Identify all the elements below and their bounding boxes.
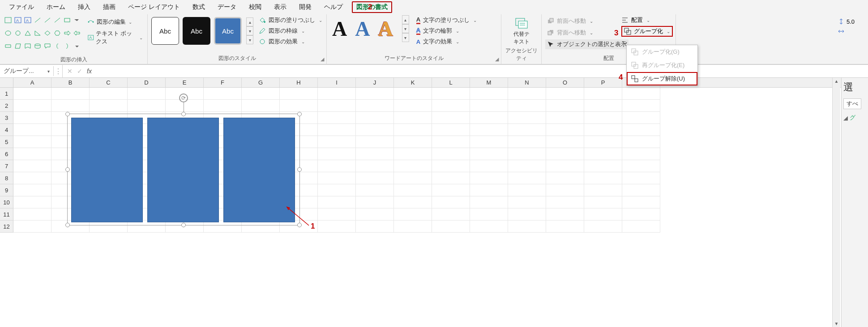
text-effects-button[interactable]: A 文字の効果⌄ bbox=[416, 38, 477, 46]
col-B[interactable]: B bbox=[51, 78, 90, 87]
row-11[interactable]: 11 bbox=[0, 208, 13, 221]
menu-ungroup[interactable]: グループ解除(U) bbox=[627, 72, 697, 85]
col-C[interactable]: C bbox=[90, 78, 128, 87]
menu-help[interactable]: ヘルプ bbox=[318, 1, 349, 13]
shape-textbox-icon[interactable] bbox=[4, 16, 13, 24]
shape-rtri-icon[interactable] bbox=[33, 29, 42, 37]
edit-shape-button[interactable]: 図形の編集⌄ bbox=[86, 17, 145, 27]
group-button[interactable]: グループ化⌄ bbox=[621, 26, 673, 37]
shape-arrow-icon[interactable] bbox=[63, 29, 72, 37]
col-N[interactable]: N bbox=[508, 78, 546, 87]
wordart-gallery[interactable]: A A A ▴ ▾ ▾ bbox=[329, 15, 412, 42]
handle-w[interactable] bbox=[65, 167, 70, 172]
selection-pane-button[interactable]: オブジェクトの選択と表示 bbox=[545, 39, 629, 49]
width-input-row[interactable] bbox=[838, 28, 867, 35]
shape-gallery-more-icon[interactable] bbox=[73, 42, 81, 50]
col-J[interactable]: J bbox=[356, 78, 394, 87]
gallery-down-icon[interactable]: ▾ bbox=[246, 26, 253, 35]
rotate-handle[interactable]: ⟳ bbox=[179, 93, 188, 102]
handle-s[interactable] bbox=[181, 223, 186, 227]
formula-input[interactable] bbox=[96, 67, 868, 76]
select-all-corner[interactable] bbox=[0, 78, 13, 87]
shape-circle-icon[interactable] bbox=[13, 29, 22, 37]
handle-nw[interactable] bbox=[65, 112, 70, 116]
row-5[interactable]: 5 bbox=[0, 136, 13, 148]
col-O[interactable]: O bbox=[546, 78, 584, 87]
shape-line3-icon[interactable] bbox=[53, 16, 62, 24]
row-1[interactable]: 1 bbox=[0, 88, 13, 100]
gallery-more-icon[interactable]: ▾ bbox=[246, 35, 253, 44]
col-E[interactable]: E bbox=[166, 78, 204, 87]
wordart-launcher-icon[interactable]: ◢ bbox=[494, 56, 500, 62]
menu-data[interactable]: データ bbox=[211, 1, 243, 13]
col-I[interactable]: I bbox=[318, 78, 356, 87]
shape-outline-button[interactable]: 図形の枠線⌄ bbox=[259, 27, 322, 35]
shape-more-icon[interactable] bbox=[73, 16, 81, 24]
row-4[interactable]: 4 bbox=[0, 124, 13, 136]
menu-home[interactable]: ホーム bbox=[40, 1, 72, 13]
shape-textbox2-icon[interactable]: A bbox=[13, 16, 22, 24]
row-7[interactable]: 7 bbox=[0, 160, 13, 172]
shape-line-icon[interactable] bbox=[33, 16, 42, 24]
wa-gallery-up-icon[interactable]: ▴ bbox=[402, 15, 409, 24]
wordart-gallery-nav[interactable]: ▴ ▾ ▾ bbox=[402, 15, 409, 42]
grid[interactable]: A B C D E F G H I J K L M N O P Q 1 2 3 … bbox=[0, 78, 841, 327]
shape-fill-button[interactable]: 図形の塗りつぶし⌄ bbox=[259, 16, 322, 24]
shape-flow3-icon[interactable] bbox=[23, 42, 32, 50]
shape-arrow2-icon[interactable] bbox=[73, 29, 81, 37]
menu-insert[interactable]: 挿入 bbox=[72, 1, 97, 13]
shape-flow1-icon[interactable] bbox=[4, 42, 13, 50]
shape-effects-button[interactable]: 図形の効果⌄ bbox=[259, 38, 322, 46]
row-9[interactable]: 9 bbox=[0, 184, 13, 196]
row-10[interactable]: 10 bbox=[0, 196, 13, 208]
cancel-icon[interactable]: ✕ bbox=[67, 68, 73, 75]
tree-toggle-icon[interactable]: ◢ bbox=[843, 115, 848, 121]
col-G[interactable]: G bbox=[242, 78, 280, 87]
shape-group-selection[interactable]: ⟳ bbox=[67, 114, 300, 225]
text-fill-button[interactable]: A 文字の塗りつぶし⌄ bbox=[416, 16, 477, 24]
col-M[interactable]: M bbox=[470, 78, 508, 87]
row-2[interactable]: 2 bbox=[0, 100, 13, 112]
gallery-nav[interactable]: ▴ ▾ ▾ bbox=[246, 17, 253, 44]
shape-hex-icon[interactable] bbox=[53, 29, 62, 37]
wordart-style-2[interactable]: A bbox=[355, 17, 370, 41]
shape-flow4-icon[interactable] bbox=[33, 42, 42, 50]
handle-e[interactable] bbox=[297, 167, 302, 172]
row-6[interactable]: 6 bbox=[0, 148, 13, 160]
name-box[interactable]: グループ... ▾ bbox=[0, 66, 54, 76]
handle-sw[interactable] bbox=[65, 223, 70, 227]
row-3[interactable]: 3 bbox=[0, 112, 13, 124]
menu-draw[interactable]: 描画 bbox=[97, 1, 122, 13]
col-H[interactable]: H bbox=[280, 78, 318, 87]
menu-pagelayout[interactable]: ページ レイアウト bbox=[122, 1, 186, 13]
text-box-button[interactable]: A テキスト ボックス⌄ bbox=[86, 29, 145, 47]
namebox-handle-icon[interactable]: ⋮ bbox=[54, 65, 63, 77]
style-swatch-2[interactable]: Abc bbox=[183, 17, 210, 45]
shape-callout-icon[interactable] bbox=[43, 42, 52, 50]
shape-style-gallery[interactable]: Abc Abc Abc ▴ ▾ ▾ bbox=[150, 15, 254, 47]
wordart-style-1[interactable]: A bbox=[332, 17, 347, 41]
height-input-row[interactable]: 5.0 bbox=[838, 18, 867, 25]
handle-ne[interactable] bbox=[297, 112, 302, 116]
row-12[interactable]: 12 bbox=[0, 221, 13, 233]
alt-text-button[interactable]: 代替テキスト bbox=[508, 15, 535, 46]
col-P[interactable]: P bbox=[584, 78, 622, 87]
scroll-down-icon[interactable]: ▼ bbox=[834, 321, 839, 326]
col-K[interactable]: K bbox=[394, 78, 432, 87]
align-button[interactable]: 配置⌄ bbox=[621, 16, 673, 24]
name-box-chevron-icon[interactable]: ▾ bbox=[47, 69, 50, 74]
col-A[interactable]: A bbox=[13, 78, 51, 87]
rectangle-1[interactable] bbox=[71, 118, 143, 222]
handle-n[interactable] bbox=[181, 112, 186, 116]
style-swatch-1[interactable]: Abc bbox=[151, 17, 179, 45]
shape-styles-launcher-icon[interactable]: ◢ bbox=[319, 56, 325, 62]
vertical-scrollbar[interactable]: ▲ ▼ bbox=[832, 78, 840, 327]
shape-rect-icon[interactable] bbox=[63, 16, 72, 24]
selection-pane-all-button[interactable]: すべ bbox=[843, 98, 861, 109]
gallery-up-icon[interactable]: ▴ bbox=[246, 17, 253, 26]
shape-line2-icon[interactable] bbox=[43, 16, 52, 24]
column-headers[interactable]: A B C D E F G H I J K L M N O P Q bbox=[0, 78, 841, 88]
menu-view[interactable]: 表示 bbox=[268, 1, 293, 13]
scroll-up-icon[interactable]: ▲ bbox=[834, 79, 839, 84]
shape-oval-icon[interactable] bbox=[4, 29, 13, 37]
